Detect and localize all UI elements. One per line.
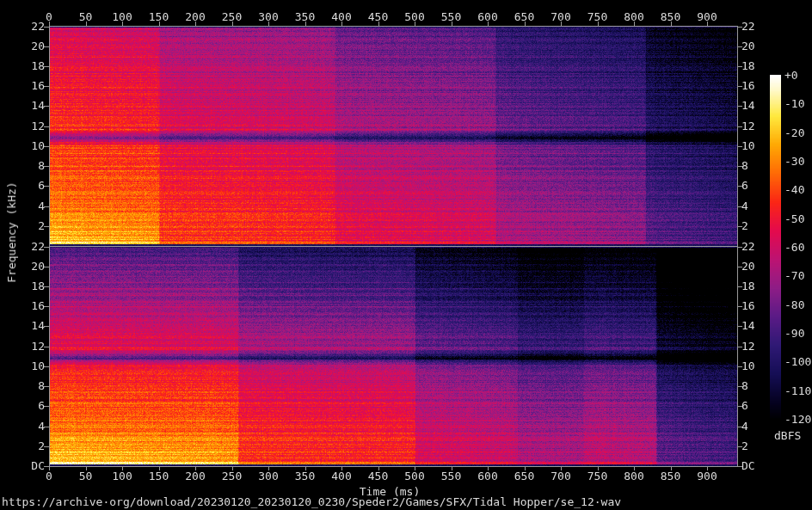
freq-tick-label-right: 22 (741, 241, 755, 253)
colorbar-tick-label: -10 (784, 98, 804, 110)
colorbar-tick-label: -40 (784, 184, 804, 196)
time-tick-label-top: 800 (624, 11, 643, 23)
freq-tick-label-left: 22 (31, 21, 45, 33)
freq-tick-label-left: 4 (38, 421, 45, 433)
freq-tick-label-right: 4 (741, 200, 748, 212)
freq-tick-label-right: 22 (741, 21, 755, 33)
time-tick-label-top: 100 (112, 11, 132, 23)
freq-tick-label-right: 12 (741, 120, 755, 132)
freq-tick-label-right: 8 (741, 380, 748, 392)
freq-tick-label-right: 16 (741, 80, 755, 92)
colorbar-tick-label: -90 (784, 328, 804, 340)
time-tick-label-bottom: 0 (46, 470, 52, 482)
freq-tick-label-right: 6 (741, 180, 748, 192)
freq-tick-label-right: 10 (741, 360, 755, 372)
file-url-caption: https://archive·org/download/20230120_20… (2, 496, 621, 508)
time-tick-label-bottom: 250 (222, 470, 242, 482)
freq-tick-label-right: 20 (741, 261, 755, 273)
colorbar-tick-label: -70 (784, 270, 804, 282)
time-tick-label-top: 250 (222, 11, 242, 23)
freq-dc-label-right: DC (741, 460, 755, 472)
freq-tick-label-right: 8 (741, 160, 748, 172)
time-tick-label-bottom: 500 (404, 470, 424, 482)
freq-tick-label-left: 12 (31, 341, 45, 353)
colorbar-unit-label: dBFS (774, 430, 801, 442)
freq-tick-label-right: 2 (741, 220, 748, 232)
freq-tick-label-left: 6 (38, 180, 45, 192)
freq-tick-label-left: 18 (31, 60, 45, 72)
freq-tick-label-right: 4 (741, 421, 748, 433)
time-tick-label-bottom: 650 (514, 470, 534, 482)
colorbar-tick-label: -80 (784, 299, 804, 311)
time-tick-label-bottom: 50 (79, 470, 93, 482)
colorbar-tick-label: -30 (784, 156, 804, 168)
time-tick-label-bottom: 200 (185, 470, 205, 482)
time-tick-label-top: 850 (661, 11, 680, 23)
freq-tick-label-left: 20 (31, 40, 45, 52)
time-tick-label-top: 650 (514, 11, 534, 23)
y-axis-title: Frequency (kHz) (6, 181, 18, 282)
freq-tick-label-left: 22 (31, 241, 45, 253)
colorbar-tick-label: -50 (784, 213, 804, 225)
colorbar-tick-label: -20 (784, 127, 804, 139)
freq-tick-label-right: 12 (741, 341, 755, 353)
time-tick-label-top: 550 (441, 11, 461, 23)
time-tick-label-bottom: 850 (661, 470, 680, 482)
freq-tick-label-left: 20 (31, 261, 45, 273)
colorbar-tick-label: -100 (784, 356, 811, 368)
freq-tick-label-right: 14 (741, 100, 755, 112)
time-tick-label-bottom: 100 (112, 470, 132, 482)
time-tick-label-top: 900 (697, 11, 717, 23)
time-tick-label-bottom: 600 (477, 470, 497, 482)
time-tick-label-bottom: 150 (149, 470, 169, 482)
time-tick-label-top: 450 (368, 11, 388, 23)
freq-tick-label-left: 6 (38, 400, 45, 412)
freq-tick-label-left: 14 (31, 320, 45, 332)
time-tick-label-top: 400 (331, 11, 351, 23)
time-tick-label-bottom: 700 (551, 470, 570, 482)
freq-tick-label-right: 20 (741, 40, 755, 52)
time-tick-label-top: 50 (79, 11, 93, 23)
freq-tick-label-left: 8 (38, 160, 45, 172)
freq-tick-label-left: 16 (31, 300, 45, 312)
freq-tick-label-left: 12 (31, 120, 45, 132)
time-tick-label-top: 150 (149, 11, 169, 23)
time-tick-label-bottom: 400 (331, 470, 351, 482)
colorbar-tick-label: -110 (784, 385, 811, 397)
time-tick-label-top: 350 (295, 11, 315, 23)
freq-tick-label-left: 18 (31, 280, 45, 292)
time-tick-label-bottom: 350 (295, 470, 315, 482)
freq-tick-label-left: 2 (38, 220, 45, 232)
freq-tick-label-left: 10 (31, 360, 45, 372)
freq-tick-label-right: 16 (741, 300, 755, 312)
time-tick-label-bottom: 800 (624, 470, 643, 482)
time-tick-label-top: 200 (185, 11, 205, 23)
freq-dc-label-left: DC (31, 460, 45, 472)
freq-tick-label-left: 16 (31, 80, 45, 92)
freq-tick-label-left: 10 (31, 140, 45, 152)
freq-tick-label-left: 8 (38, 380, 45, 392)
colorbar-tick-label: +0 (784, 70, 798, 82)
time-tick-label-top: 0 (46, 11, 52, 23)
time-tick-label-top: 300 (258, 11, 278, 23)
time-tick-label-top: 500 (404, 11, 424, 23)
time-tick-label-bottom: 450 (368, 470, 388, 482)
spectrogram-viewer: 0050501001001501502002002502503003003503… (0, 0, 812, 510)
time-tick-label-bottom: 300 (258, 470, 278, 482)
time-tick-label-top: 700 (551, 11, 570, 23)
time-tick-label-top: 750 (587, 11, 607, 23)
time-tick-label-top: 600 (477, 11, 497, 23)
freq-tick-label-right: 14 (741, 320, 755, 332)
time-tick-label-bottom: 750 (587, 470, 607, 482)
time-tick-label-bottom: 550 (441, 470, 461, 482)
time-tick-label-bottom: 900 (697, 470, 717, 482)
freq-tick-label-right: 18 (741, 280, 755, 292)
freq-tick-label-right: 18 (741, 60, 755, 72)
freq-tick-label-left: 14 (31, 100, 45, 112)
colorbar-tick-label: -60 (784, 242, 804, 254)
freq-tick-label-left: 2 (38, 440, 45, 452)
spectrogram-canvas (0, 0, 812, 510)
freq-tick-label-right: 10 (741, 140, 755, 152)
freq-tick-label-right: 6 (741, 400, 748, 412)
colorbar-tick-label: -120 (784, 414, 811, 426)
